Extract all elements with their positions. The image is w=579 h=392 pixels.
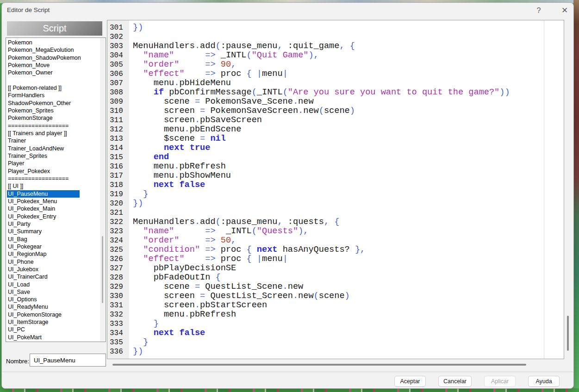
list-item[interactable]: UI_Pokedex_Menu — [6, 198, 100, 205]
list-item[interactable]: UI_Pokedex_Main — [6, 205, 100, 212]
code-text — [129, 32, 133, 42]
cancel-button[interactable]: Cancelar — [438, 376, 472, 387]
code-text: MenuHandlers.add(:pause_menu, :quit_game… — [129, 42, 355, 51]
list-item-label: FormHandlers — [7, 92, 45, 99]
list-item[interactable]: UI_Pokedex_Entry — [6, 213, 100, 220]
list-item-label: Pokemon_Move — [7, 62, 50, 69]
list-item[interactable]: UI_TrainerCard — [6, 273, 100, 280]
line-number: 301 — [107, 23, 129, 32]
list-item[interactable]: Trainer_LoadAndNew — [6, 145, 100, 152]
list-scrollbar-track[interactable] — [100, 38, 105, 341]
list-item[interactable]: Player_Pokedex — [6, 168, 100, 175]
list-item[interactable]: UI_PokemonStorage — [6, 311, 100, 318]
list-item[interactable]: UI_ReadyMenu — [6, 303, 100, 311]
code-line: 321 — [107, 208, 564, 218]
list-item[interactable]: [[ UI ]] — [6, 182, 100, 190]
list-item[interactable]: UI_Phone — [6, 258, 100, 266]
code-line: 334 next false — [107, 329, 564, 338]
horizontal-scrollbar-thumb[interactable] — [112, 364, 526, 366]
line-number: 303 — [107, 42, 129, 51]
code-line: 325 "condition" => proc { next hasAnyQue… — [107, 245, 564, 255]
code-line: 306 "effect" => proc { |menu| — [107, 69, 564, 79]
list-item[interactable]: UI_Jukebox — [6, 266, 100, 273]
name-field-label: Nombre: — [6, 358, 29, 365]
accept-button[interactable]: Aceptar — [394, 376, 426, 387]
code-text: menu.pbRefresh — [129, 310, 236, 319]
code-line: 315 end — [107, 153, 564, 162]
list-item[interactable]: Player — [6, 160, 100, 167]
code-line: 314 next true — [107, 143, 564, 153]
list-item-selected[interactable]: UI_PauseMenu — [6, 190, 100, 198]
list-item-label: Pokemon — [7, 39, 33, 46]
script-panel-header: Script — [7, 21, 102, 36]
list-item[interactable]: ================== — [6, 122, 100, 130]
list-item-label: Pokemon_Sprites — [7, 107, 55, 114]
list-item[interactable]: UI_ItemStorage — [6, 318, 100, 326]
help-icon: ? — [537, 6, 541, 14]
list-item-label: UI_PokemonStorage — [7, 311, 62, 318]
code-line: 316 menu.pbRefresh — [107, 162, 564, 171]
code-line: 331 screen.pbStartScreen — [107, 301, 564, 310]
list-item-label: Player_Pokedex — [7, 168, 51, 175]
list-item-label: ShadowPokemon_Other — [7, 100, 72, 107]
close-icon: ✕ — [561, 6, 568, 15]
line-number: 313 — [107, 134, 129, 143]
list-item[interactable]: UI_PokeMart — [6, 334, 100, 341]
list-item[interactable]: UI_RegionMap — [6, 250, 100, 258]
list-item-label: UI_Pokegear — [7, 243, 43, 250]
list-item[interactable]: UI_Bag — [6, 236, 100, 243]
title-bar[interactable]: Editor de Script ? ✕ — [2, 3, 573, 19]
list-item[interactable]: Trainer_Sprites — [6, 152, 100, 160]
list-item[interactable]: Pokemon_Sprites — [6, 107, 100, 114]
line-number: 330 — [107, 292, 129, 301]
list-item-label: UI_Summary — [7, 228, 43, 235]
list-item[interactable] — [6, 77, 100, 84]
list-item[interactable]: UI_Pokegear — [6, 243, 100, 250]
list-item[interactable]: Pokemon_MegaEvolution — [6, 46, 100, 54]
list-item[interactable]: Trainer — [6, 137, 100, 144]
script-list[interactable]: PokemonPokemon_MegaEvolutionPokemon_Shad… — [6, 37, 106, 342]
list-item-label: UI_Pokedex_Menu — [7, 198, 58, 205]
list-item[interactable]: ================== — [6, 175, 100, 182]
code-text: "condition" => proc { next hasAnyQuests?… — [129, 245, 365, 255]
code-line: 305 "order" => 90, — [107, 60, 564, 69]
list-item-label: Trainer_Sprites — [7, 152, 48, 160]
close-button[interactable]: ✕ — [558, 5, 571, 17]
list-item[interactable]: UI_Party — [6, 220, 100, 228]
line-number: 316 — [107, 162, 129, 171]
list-scrollbar-thumb[interactable] — [102, 236, 103, 303]
help-button[interactable]: ? — [532, 5, 545, 17]
line-number: 314 — [107, 143, 129, 153]
list-item[interactable]: UI_Load — [6, 281, 100, 288]
line-number: 309 — [107, 97, 129, 106]
list-item[interactable]: UI_Options — [6, 296, 100, 303]
vertical-scrollbar-thumb[interactable] — [567, 316, 569, 351]
code-text: } — [129, 338, 149, 347]
code-text: menu.pbShowMenu — [129, 171, 231, 180]
list-item-label: UI_Save — [7, 288, 31, 296]
line-number: 320 — [107, 199, 129, 208]
list-item[interactable]: [[ Pokemon-related ]] — [6, 84, 100, 92]
list-item[interactable]: [[ Trainers and player ]] — [6, 130, 100, 137]
list-item[interactable]: Pokemon_Move — [6, 62, 100, 69]
line-number: 333 — [107, 319, 129, 329]
code-line: 307 menu.pbHideMenu — [107, 79, 564, 88]
code-editor[interactable]: 301})302303MenuHandlers.add(:pause_menu,… — [107, 20, 564, 359]
list-item[interactable]: Pokemon — [6, 39, 100, 46]
name-input[interactable] — [30, 354, 106, 367]
list-item[interactable]: UI_Save — [6, 288, 100, 296]
line-number: 332 — [107, 310, 129, 319]
list-item-label: UI_RegionMap — [7, 250, 47, 258]
list-item[interactable]: Pokemon_ShadowPokemon — [6, 54, 100, 62]
window-title: Editor de Script — [7, 6, 50, 13]
list-item[interactable]: ShadowPokemon_Other — [6, 100, 100, 107]
list-item[interactable]: Pokemon_Owner — [6, 69, 100, 76]
help-button-footer[interactable]: Ayuda — [528, 376, 560, 387]
list-item-label: UI_Party — [7, 220, 31, 228]
list-item[interactable]: UI_Summary — [6, 228, 100, 235]
list-item[interactable]: FormHandlers — [6, 92, 100, 99]
code-line: 328 pbFadeOutIn { — [107, 273, 564, 282]
list-item[interactable]: PokemonStorage — [6, 114, 100, 122]
list-item[interactable]: UI_PC — [6, 326, 100, 333]
line-number: 322 — [107, 218, 129, 227]
